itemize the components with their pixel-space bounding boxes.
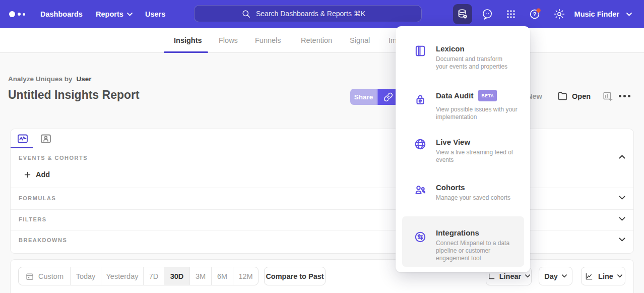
search-icon [241, 9, 251, 19]
menu-item-title: Integrations [436, 228, 479, 238]
live-view-icon [414, 138, 427, 151]
mixpanel-logo-icon[interactable] [9, 10, 31, 18]
nav-item-users[interactable]: Users [145, 0, 165, 28]
active-tab-underline [164, 51, 208, 53]
chevron-down-icon [127, 13, 133, 16]
add-label: Add [36, 170, 50, 179]
tab-funnels[interactable]: Funnels [255, 28, 281, 52]
data-management-icon [457, 8, 469, 20]
chevron-down-icon [525, 274, 530, 278]
tab-user-profiles[interactable] [39, 132, 52, 145]
section-label: EVENTS & COHORTS [19, 155, 88, 161]
apps-grid-icon [505, 8, 517, 20]
help-icon: ? [529, 8, 542, 21]
date-range-today[interactable]: Today [71, 267, 101, 285]
share-button[interactable]: Share [350, 89, 377, 105]
data-management-button[interactable] [453, 4, 472, 24]
chevron-down-icon [562, 274, 567, 278]
chevron-down-icon [617, 274, 622, 278]
notification-dot [536, 9, 540, 13]
date-range-label: Today [76, 272, 96, 280]
chevron-down-icon[interactable] [619, 238, 625, 242]
date-range-6m[interactable]: 6M [212, 267, 233, 285]
chevron-down-icon[interactable] [619, 217, 625, 221]
report-title[interactable]: Untitled Insights Report [8, 88, 140, 102]
settings-icon [553, 8, 565, 20]
search-input[interactable] [256, 10, 374, 18]
project-switcher[interactable]: Music Finder [574, 0, 632, 28]
chart-type-selector[interactable]: Line [581, 267, 625, 285]
tab-label: Signal [350, 36, 370, 44]
menu-item-title: Lexicon [436, 44, 465, 53]
nav-item-reports[interactable]: Reports [96, 0, 133, 28]
section-breakdowns[interactable]: BREAKDOWNS [11, 230, 633, 254]
date-range-label: 3M [196, 272, 206, 280]
open-report-button[interactable]: Open [557, 91, 591, 101]
menu-item-cohorts[interactable]: Cohorts Manage your saved cohorts [396, 183, 530, 211]
menu-item-lexicon[interactable]: Lexicon Document and transform your even… [396, 44, 530, 81]
person-icon [39, 133, 52, 145]
chevron-up-icon[interactable] [619, 155, 625, 159]
section-filters[interactable]: FILTERS [11, 209, 633, 230]
menu-item-live-view[interactable]: Live View View a live streaming feed of … [396, 138, 530, 174]
feedback-button[interactable] [478, 4, 497, 24]
builder-tabs [11, 129, 633, 148]
add-to-dashboard-button[interactable] [602, 91, 613, 102]
section-formulas[interactable]: FORMULAS [11, 188, 633, 209]
section-events-cohorts[interactable]: EVENTS & COHORTS [11, 148, 633, 168]
date-range-3m[interactable]: 3M [190, 267, 212, 285]
help-button[interactable]: ? [526, 4, 545, 24]
date-range-label: 6M [217, 272, 227, 280]
menu-item-description: Connect Mixpanel to a data pipeline or c… [436, 240, 522, 262]
date-range-12m[interactable]: 12M [233, 267, 258, 285]
tab-label: Insights [174, 36, 202, 44]
date-range-custom[interactable]: Custom [19, 267, 71, 285]
menu-item-integrations[interactable]: Integrations Connect Mixpanel to a data … [396, 228, 530, 274]
tab-retention[interactable]: Retention [301, 28, 332, 52]
menu-item-description: View a live streaming feed of events [436, 149, 527, 164]
menu-item-title: Data Audit [436, 91, 473, 100]
date-range-label: 30D [170, 272, 184, 280]
tab-metrics-chart[interactable] [16, 132, 29, 145]
section-label: FORMULAS [19, 195, 56, 201]
feedback-icon [481, 8, 493, 20]
tab-flows[interactable]: Flows [219, 28, 238, 52]
menu-item-description: Document and transform your events and p… [436, 55, 512, 71]
data-audit-icon [414, 93, 427, 106]
apps-grid-button[interactable] [501, 4, 521, 24]
add-chart-icon [602, 91, 613, 102]
beta-badge: BETA [478, 90, 497, 101]
menu-item-data-audit[interactable]: Data Audit BETA View possible issues wit… [396, 90, 530, 132]
chart-card: Custom Today Yesterday 7D 30D 3M 6M 12M … [10, 259, 634, 293]
analyze-prefix: Analyze Uniques by [8, 75, 73, 83]
date-range-yesterday[interactable]: Yesterday [101, 267, 144, 285]
tab-signal[interactable]: Signal [350, 28, 370, 52]
more-options-button[interactable] [619, 95, 630, 97]
global-search[interactable] [194, 5, 422, 22]
top-nav: Dashboards Reports Users [0, 0, 644, 28]
analyze-entity[interactable]: User [77, 75, 92, 83]
nav-item-label: Dashboards [40, 10, 83, 18]
nav-item-label: Reports [96, 10, 123, 18]
compare-label: Compare to Past [266, 272, 324, 280]
chevron-down-icon[interactable] [619, 196, 625, 200]
nav-item-label: Users [145, 10, 165, 18]
date-range-7d[interactable]: 7D [144, 267, 164, 285]
interval-label: Day [544, 272, 558, 280]
app-root: Dashboards Reports Users [0, 0, 644, 293]
date-range-30d[interactable]: 30D [164, 267, 190, 285]
settings-button[interactable] [550, 4, 569, 24]
compare-to-past-button[interactable]: Compare to Past [264, 267, 326, 285]
date-range-label: Custom [38, 272, 63, 280]
pulse-chart-icon [16, 133, 29, 145]
date-range-label: 12M [238, 272, 252, 280]
interval-selector[interactable]: Day [539, 267, 572, 285]
tab-insights[interactable]: Insights [174, 28, 202, 52]
menu-item-title: Live View [436, 138, 470, 147]
nav-item-dashboards[interactable]: Dashboards [40, 0, 83, 28]
plus-icon [24, 171, 31, 179]
add-event-button[interactable]: Add [24, 170, 50, 179]
share-button-group: Share [350, 89, 399, 105]
folder-icon [557, 91, 568, 101]
line-chart-icon [584, 272, 594, 281]
